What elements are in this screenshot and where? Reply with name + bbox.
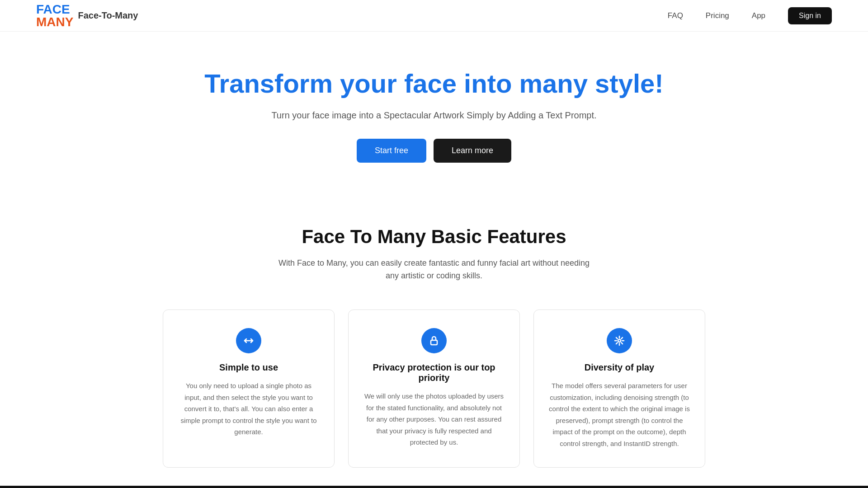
signin-button[interactable]: Sign in xyxy=(788,7,832,24)
lock-icon xyxy=(421,328,447,353)
card-simple-body: You only need to upload a single photo a… xyxy=(177,380,321,438)
start-free-button[interactable]: Start free xyxy=(357,139,426,163)
card-privacy-title: Privacy protection is our top priority xyxy=(362,362,506,383)
brand-logo[interactable]: FACE MANY Face-To-Many xyxy=(36,3,138,28)
nav-pricing[interactable]: Pricing xyxy=(706,11,729,20)
brand-name: Face-To-Many xyxy=(78,10,138,21)
learn-more-button[interactable]: Learn more xyxy=(434,139,511,163)
navbar: FACE MANY Face-To-Many FAQ Pricing App S… xyxy=(0,0,868,32)
card-diversity-play: Diversity of play The model offers sever… xyxy=(533,310,705,468)
diversity-icon xyxy=(607,328,632,353)
card-diversity-play-title: Diversity of play xyxy=(547,362,691,373)
features-section: Face To Many Basic Features With Face to… xyxy=(0,190,868,486)
logo-many-text: MANY xyxy=(36,15,73,29)
card-privacy-body: We will only use the photos uploaded by … xyxy=(362,390,506,448)
logo-face-text: FACE xyxy=(36,2,70,16)
feature-cards: Simple to use You only need to upload a … xyxy=(9,310,859,468)
features-subtitle: With Face to Many, you can easily create… xyxy=(276,257,592,283)
nav-faq[interactable]: FAQ xyxy=(668,11,683,20)
features-title: Face To Many Basic Features xyxy=(9,226,859,248)
card-simple-title: Simple to use xyxy=(177,362,321,373)
svg-point-1 xyxy=(618,339,621,342)
card-simple-to-use: Simple to use You only need to upload a … xyxy=(163,310,335,468)
bottom-section: Diverse Functionality xyxy=(0,486,868,488)
card-diversity-play-body: The model offers several parameters for … xyxy=(547,380,691,449)
nav-links: FAQ Pricing App Sign in xyxy=(668,7,832,24)
logo-graphic: FACE MANY xyxy=(36,3,73,28)
hero-buttons: Start free Learn more xyxy=(9,139,859,163)
card-privacy: Privacy protection is our top priority W… xyxy=(348,310,520,468)
svg-rect-0 xyxy=(431,340,437,345)
hero-title: Transform your face into many style! xyxy=(9,68,859,99)
hero-section: Transform your face into many style! Tur… xyxy=(0,32,868,190)
hero-subtitle: Turn your face image into a Spectacular … xyxy=(9,110,859,121)
nav-app[interactable]: App xyxy=(752,11,765,20)
arrows-icon xyxy=(236,328,261,353)
